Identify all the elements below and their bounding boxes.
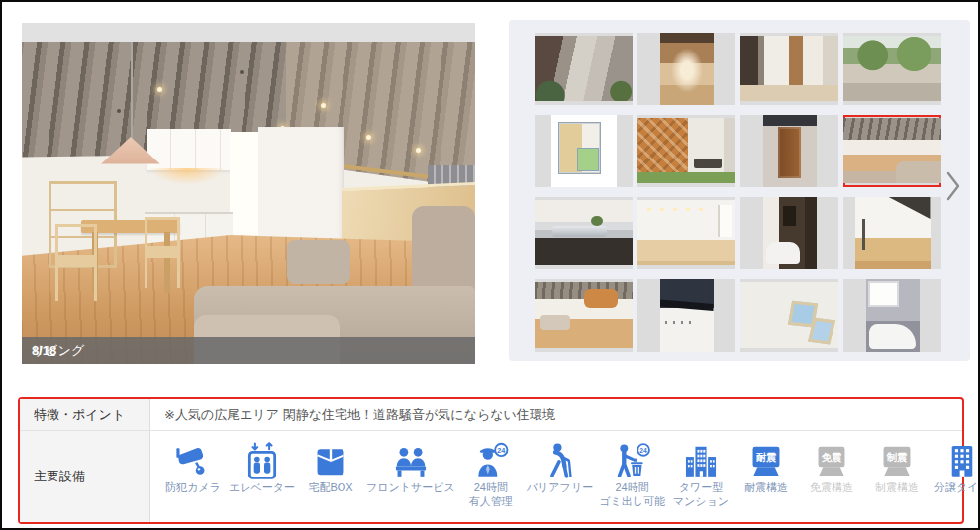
facilities-row: 主要設備 防犯カメラ エレベーター — [20, 430, 962, 522]
facility-label: 分譲タイプ — [934, 481, 980, 495]
elevator-icon — [244, 440, 281, 479]
facility-tower-mansion: タワー型マンション — [668, 440, 734, 509]
facility-label: エレベーター — [229, 481, 295, 495]
facilities-row-label: 主要設備 — [20, 431, 150, 522]
front-service-icon — [392, 440, 430, 479]
vibration-control-badge-icon: 制震 — [878, 440, 916, 479]
facility-security-camera: 防犯カメラ — [160, 440, 226, 495]
thumbnail-entrance-door[interactable] — [740, 115, 838, 187]
facility-label: 制震構造 — [875, 481, 919, 495]
thumbnail-room-overhead[interactable] — [740, 279, 838, 352]
facility-front-service: フロントサービス — [363, 440, 458, 495]
facility-vibration-control: 制震 制震構造 — [864, 440, 930, 495]
badge-24-text: 24 — [639, 447, 647, 454]
photo-counter: 8/18 — [32, 343, 56, 358]
badge-kanji: 免震 — [821, 452, 842, 463]
facility-label: バリアフリー — [527, 481, 593, 495]
main-photo[interactable]: リビング 8/18 — [22, 23, 475, 364]
property-gallery-page: リビング 8/18 — [0, 0, 980, 530]
facility-24h-garbage: 24 24時間ゴミ出し可能 — [596, 440, 668, 509]
delivery-box-icon — [312, 440, 349, 479]
feature-row-label: 特徴・ポイント — [20, 399, 150, 430]
facility-24h-staffed: 24 24時間有人管理 — [458, 440, 524, 509]
guard-24h-icon: 24 — [472, 440, 510, 479]
facility-quake-resistant: 耐震 耐震構造 — [734, 440, 799, 495]
thumbnail-entrance[interactable] — [740, 33, 838, 105]
thumbnail-panel — [509, 20, 970, 361]
facility-label: 24時間 — [599, 481, 665, 495]
thumbnail-corridor[interactable] — [637, 33, 735, 105]
facility-label: 免震構造 — [810, 481, 853, 495]
thumbnail-courtyard[interactable] — [843, 33, 941, 105]
facility-delivery-box: 宅配BOX — [298, 440, 363, 495]
thumbnail-lattice-terrace[interactable] — [637, 115, 735, 187]
quake-resistant-badge-icon: 耐震 — [747, 440, 785, 479]
garbage-24h-icon: 24 — [614, 440, 651, 479]
facility-label: タワー型 — [673, 481, 729, 495]
seismic-isolation-badge-icon: 免震 — [813, 440, 850, 479]
next-thumbnails-button[interactable] — [940, 166, 966, 210]
security-camera-icon — [174, 440, 212, 479]
thumbnail-kitchen-hood[interactable] — [637, 279, 735, 352]
facility-label: フロントサービス — [366, 481, 455, 495]
feature-row: 特徴・ポイント ※人気の広尾エリア 閑静な住宅地！道路騒音が気にならない住環境 — [20, 399, 962, 430]
condo-building-icon — [943, 440, 980, 479]
facility-condo-type: 分譲タイプ — [930, 440, 980, 495]
chevron-right-icon — [945, 170, 961, 206]
thumbnail-floor-plan[interactable] — [535, 115, 633, 187]
facility-label: 24時間 — [469, 481, 513, 495]
photo-kitchen-cabinets — [147, 129, 231, 170]
photo-caption-bar: リビング 8/18 — [22, 337, 475, 364]
facility-label: 耐震構造 — [744, 481, 788, 495]
facility-elevator: エレベーター — [226, 440, 298, 495]
thumbnail-grid — [535, 33, 941, 352]
thumbnail-living-room-selected[interactable] — [843, 115, 941, 187]
thumbnail-white-room[interactable] — [637, 197, 735, 269]
facilities-list: 防犯カメラ エレベーター 宅配BOX — [150, 431, 980, 522]
badge-kanji: 耐震 — [756, 452, 777, 463]
property-details-table: 特徴・ポイント ※人気の広尾エリア 閑静な住宅地！道路騒音が気にならない住環境 … — [18, 397, 964, 524]
tower-mansion-icon — [682, 440, 720, 479]
thumbnail-kitchen[interactable] — [535, 197, 633, 269]
photo-letterbox — [22, 23, 475, 42]
thumbnail-living-sofa[interactable] — [535, 279, 633, 352]
badge-24-text: 24 — [497, 447, 505, 455]
facility-label: 防犯カメラ — [165, 481, 221, 495]
facility-barrier-free: バリアフリー — [524, 440, 596, 495]
facility-label: 宅配BOX — [308, 481, 352, 495]
feature-text: ※人気の広尾エリア 閑静な住宅地！道路騒音が気にならない住環境 — [150, 399, 962, 430]
thumbnail-approach-walkway[interactable] — [535, 33, 633, 105]
barrier-free-icon — [540, 440, 578, 479]
badge-kanji: 制震 — [886, 452, 908, 463]
thumbnail-loft-room[interactable] — [843, 197, 941, 269]
thumbnail-bathroom-dark[interactable] — [740, 197, 838, 269]
main-photo-image: リビング 8/18 — [22, 42, 475, 364]
thumbnail-bathroom-window[interactable] — [843, 279, 941, 352]
facility-seismic-isolation: 免震 免震構造 — [799, 440, 864, 495]
